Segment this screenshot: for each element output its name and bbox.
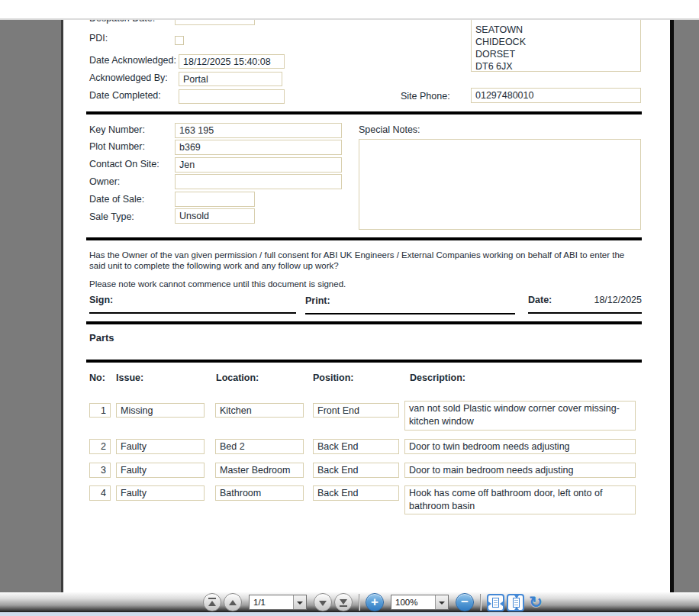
plot-number-field: b369	[175, 140, 342, 155]
previous-page-button[interactable]	[224, 593, 242, 611]
date-label: Date:	[528, 295, 552, 306]
parts-header-issue: Issue:	[116, 373, 143, 384]
part-location-field: Master Bedroom	[215, 463, 304, 478]
part-description-field: van not sold Plastic window corner cover…	[404, 401, 636, 431]
part-location-field: Kitchen	[215, 403, 304, 418]
toolbar-separator	[359, 594, 359, 611]
special-notes-field	[359, 139, 641, 230]
owner-label: Owner:	[89, 176, 120, 188]
contact-on-site-label: Contact On Site:	[89, 159, 159, 170]
zoom-level: 100%	[391, 595, 435, 609]
key-number-label: Key Number:	[89, 124, 145, 136]
zoom-out-button[interactable]: −	[456, 593, 474, 611]
key-number-field: 163 195	[175, 123, 342, 138]
part-issue-field: Faulty	[116, 463, 205, 478]
next-page-button[interactable]	[314, 593, 332, 611]
part-issue-field: Faulty	[116, 439, 205, 454]
print-label: Print:	[305, 295, 330, 307]
special-notes-label: Special Notes:	[359, 124, 420, 136]
consent-text: Has the Owner of the van given permissio…	[89, 250, 627, 271]
pdi-checkbox	[175, 36, 184, 45]
date-of-sale-field	[175, 192, 255, 207]
site-address-box: SEATOWN CHIDEOCK DORSET DT6 6JX	[471, 20, 641, 72]
section-divider	[86, 111, 642, 114]
part-location-field: Bathroom	[215, 485, 304, 501]
window-bottom-strip	[0, 612, 699, 616]
window-top-strip	[0, 0, 699, 20]
part-description-field: Hook has come off bathroom door, left on…	[404, 485, 636, 514]
chevron-down-icon[interactable]	[435, 595, 448, 609]
sign-line	[89, 312, 296, 314]
parts-header-description: Description:	[410, 373, 465, 384]
sign-label: Sign:	[89, 295, 113, 306]
last-page-button[interactable]	[334, 593, 353, 611]
note-text: Please note work cannot commence until t…	[89, 279, 627, 289]
last-page-icon	[340, 599, 347, 605]
part-position-field: Back End	[313, 439, 399, 454]
part-location-field: Bed 2	[215, 439, 304, 454]
part-no-field: 3	[89, 463, 111, 478]
part-position-field: Back End	[313, 463, 399, 478]
address-line: DORSET	[472, 48, 640, 60]
site-phone-label: Site Phone:	[401, 91, 450, 102]
first-page-icon	[208, 598, 216, 599]
parts-title: Parts	[89, 332, 114, 343]
fit-width-icon	[492, 598, 499, 608]
print-line	[305, 313, 515, 314]
part-no-field: 2	[89, 439, 111, 454]
part-issue-field: Missing	[116, 403, 205, 418]
refresh-button[interactable]: ↻	[527, 593, 545, 611]
owner-field	[175, 174, 342, 189]
chevron-down-icon[interactable]	[293, 595, 306, 609]
zoom-in-icon: +	[371, 595, 378, 609]
date-line	[528, 312, 642, 314]
pdi-label: PDI:	[89, 33, 108, 44]
date-completed-field	[179, 89, 285, 104]
next-page-icon	[319, 601, 327, 606]
part-position-field: Back End	[313, 485, 399, 501]
zoom-selector-combo[interactable]: 100%	[391, 595, 449, 610]
site-phone-field: 01297480010	[471, 88, 641, 103]
report-page: Despatch Date: 24/06/2024 PDI: Date Ackn…	[61, 20, 674, 592]
section-divider	[86, 237, 642, 240]
section-divider	[86, 360, 642, 363]
date-of-sale-label: Date of Sale:	[89, 194, 144, 205]
parts-header-no: No:	[89, 373, 105, 384]
previous-page-icon	[229, 600, 237, 605]
despatch-date-label: Despatch Date:	[89, 20, 155, 24]
acknowledged-by-label: Acknowledged By:	[89, 73, 168, 84]
toolbar-separator	[480, 594, 481, 611]
part-position-field: Front End	[313, 403, 399, 418]
page-indicator: 1/1	[250, 595, 293, 609]
address-line: DT6 6JX	[472, 60, 640, 73]
zoom-out-icon: −	[461, 595, 469, 609]
part-description-field: Door to main bedroom needs adjusting	[404, 463, 636, 478]
address-line: CHIDEOCK	[472, 36, 640, 48]
report-viewer-canvas: Despatch Date: 24/06/2024 PDI: Date Ackn…	[0, 20, 699, 592]
viewer-toolbar: 1/1 + 100% − ↻	[0, 592, 699, 612]
page-selector-combo[interactable]: 1/1	[249, 595, 307, 610]
sale-type-label: Sale Type:	[89, 211, 134, 223]
part-issue-field: Faulty	[116, 485, 205, 501]
acknowledged-by-field: Portal	[179, 72, 282, 86]
fit-width-button[interactable]	[487, 594, 504, 611]
contact-on-site-field: Jen	[175, 157, 342, 173]
zoom-in-button[interactable]: +	[366, 593, 384, 611]
part-no-field: 1	[89, 403, 111, 418]
part-no-field: 4	[89, 485, 111, 501]
parts-header-location: Location:	[216, 373, 259, 384]
date-acknowledged-field: 18/12/2025 15:40:08	[179, 54, 285, 69]
refresh-icon: ↻	[529, 593, 543, 611]
date-value: 18/12/2025	[588, 295, 642, 306]
section-divider	[86, 321, 642, 324]
despatch-date-field: 24/06/2024	[175, 20, 255, 25]
part-description-field: Door to twin bedroom needs adjusting	[404, 439, 636, 454]
first-page-button[interactable]	[203, 593, 221, 611]
address-line: SEATOWN	[472, 24, 640, 36]
sale-type-field: Unsold	[175, 208, 255, 224]
plot-number-label: Plot Number:	[89, 141, 145, 153]
date-completed-label: Date Completed:	[89, 90, 161, 102]
fit-page-button[interactable]	[507, 594, 524, 611]
parts-header-position: Position:	[313, 373, 353, 384]
date-acknowledged-label: Date Acknowledged:	[89, 55, 176, 66]
